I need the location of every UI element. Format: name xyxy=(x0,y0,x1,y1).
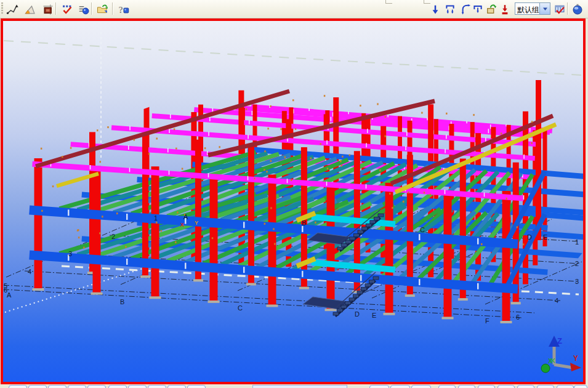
cutoff-button[interactable] xyxy=(478,385,495,388)
toolbar-grip xyxy=(1,2,3,15)
open-model-icon[interactable] xyxy=(95,2,110,17)
toolbar-separator xyxy=(567,2,568,15)
line-load-icon[interactable] xyxy=(470,2,485,17)
inquire-object-icon[interactable]: ? xyxy=(116,2,131,17)
svg-text:A: A xyxy=(7,291,12,299)
toolbar-separator xyxy=(112,2,113,15)
svg-text:C: C xyxy=(420,226,425,233)
svg-text:Z: Z xyxy=(557,336,562,346)
svg-text:3: 3 xyxy=(68,250,72,257)
svg-text:4: 4 xyxy=(28,268,31,275)
bottom-toolbar-cutoff xyxy=(0,384,588,388)
cutoff-button[interactable] xyxy=(48,385,66,388)
report-list-icon[interactable] xyxy=(76,2,91,17)
svg-text:D: D xyxy=(527,233,532,241)
svg-text:1: 1 xyxy=(575,238,579,246)
cutoff-button[interactable] xyxy=(9,385,27,388)
chevron-down-icon xyxy=(542,7,548,11)
cutoff-button[interactable] xyxy=(68,385,86,388)
svg-text:2: 2 xyxy=(575,260,579,267)
svg-text:Y: Y xyxy=(195,220,198,226)
cutoff-button[interactable] xyxy=(537,385,554,388)
load-group-manager-icon[interactable] xyxy=(552,2,567,17)
cutoff-button[interactable] xyxy=(369,385,389,388)
svg-text:4: 4 xyxy=(555,297,558,304)
cutoff-button[interactable] xyxy=(574,385,587,388)
cutoff-button[interactable] xyxy=(148,385,166,388)
cutoff-button[interactable] xyxy=(517,385,534,388)
zoom-select-icon[interactable] xyxy=(570,2,585,17)
ucs-triad: ZYX xyxy=(541,336,581,373)
main-toolbar: 默认组 ? xyxy=(0,0,588,18)
toolbar-separator xyxy=(91,2,92,15)
cutoff-button[interactable] xyxy=(458,385,475,388)
load-group-value: 默认组 xyxy=(515,3,539,14)
cutoff-button[interactable] xyxy=(87,385,106,388)
measure-angle-icon[interactable] xyxy=(23,2,38,17)
cutoff-button[interactable] xyxy=(187,385,206,388)
svg-text:X: X xyxy=(548,357,553,365)
steel-structure[interactable] xyxy=(30,80,583,323)
cutoff-button[interactable] xyxy=(438,385,456,388)
cutoff-button[interactable] xyxy=(167,385,186,388)
cutoff-button[interactable] xyxy=(128,385,147,388)
cutoff-button[interactable] xyxy=(108,385,127,388)
svg-text:2: 2 xyxy=(111,233,115,240)
point-load-icon[interactable] xyxy=(428,2,443,17)
work-area-icon[interactable] xyxy=(41,2,55,17)
cutoff-button[interactable] xyxy=(390,385,410,388)
numbering-check-icon[interactable] xyxy=(60,2,75,17)
export-load-icon[interactable] xyxy=(484,2,499,17)
svg-text:6: 6 xyxy=(516,313,520,321)
svg-text:Y: Y xyxy=(573,354,578,363)
svg-text:B: B xyxy=(120,298,124,305)
model-view-3d[interactable]: 1ABC23456ABCDEFDE12346XYZYX xyxy=(1,18,586,384)
insert-load-icon[interactable] xyxy=(497,2,512,17)
svg-text:B: B xyxy=(302,219,306,227)
load-group-combo[interactable]: 默认组 xyxy=(515,2,550,15)
cutoff-button[interactable] xyxy=(411,385,431,388)
svg-text:3: 3 xyxy=(575,278,579,285)
cutoff-button[interactable] xyxy=(557,385,574,388)
svg-text:A: A xyxy=(183,213,188,220)
cutoff-field[interactable] xyxy=(252,385,347,388)
svg-text:E: E xyxy=(543,233,547,241)
svg-text:C: C xyxy=(238,304,243,312)
model-canvas: 1ABC23456ABCDEFDE12346XYZYX xyxy=(3,21,583,382)
svg-text:?: ? xyxy=(119,5,124,15)
combo-dropdown-button[interactable] xyxy=(539,3,550,14)
cutoff-button[interactable] xyxy=(28,385,47,388)
toolbar-separator xyxy=(55,2,57,15)
svg-text:X: X xyxy=(180,222,184,228)
window-edge-mark xyxy=(385,0,392,4)
cutoff-button[interactable] xyxy=(497,385,515,388)
measure-distance-icon[interactable] xyxy=(5,2,20,17)
svg-text:D: D xyxy=(355,310,360,318)
svg-text:E: E xyxy=(372,312,376,319)
svg-text:1: 1 xyxy=(154,214,158,222)
svg-text:F: F xyxy=(485,317,489,325)
uniform-load-icon[interactable] xyxy=(443,2,457,17)
